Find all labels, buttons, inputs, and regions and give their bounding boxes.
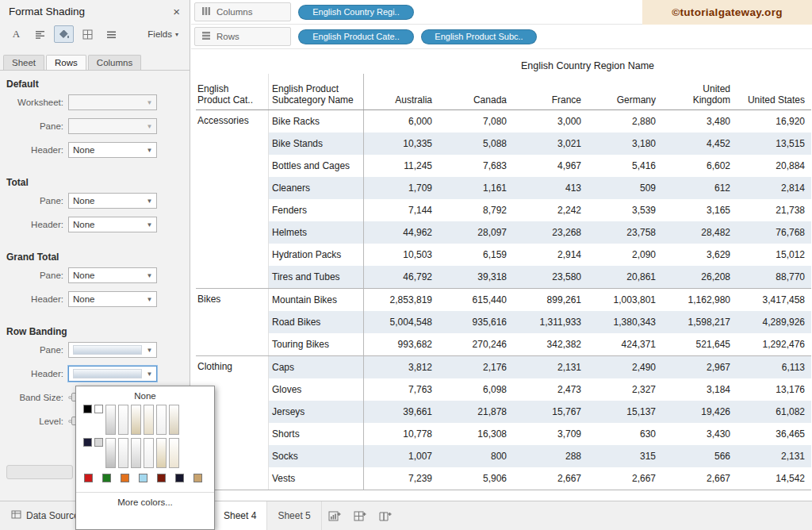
value-cell[interactable]: 28,097 (439, 227, 513, 238)
value-cell[interactable]: 26,208 (662, 271, 737, 282)
column-header[interactable]: France (513, 94, 588, 109)
blank-button[interactable] (6, 465, 73, 479)
value-cell[interactable]: 39,318 (439, 271, 513, 282)
value-cell[interactable]: 4,452 (662, 138, 737, 149)
more-colors-option[interactable]: More colors... (76, 492, 214, 512)
value-cell[interactable]: 1,380,343 (588, 317, 662, 328)
value-cell[interactable]: 1,007 (364, 451, 439, 462)
value-cell[interactable]: 3,629 (662, 249, 737, 260)
sheet-tab-sheet5[interactable]: Sheet 5 (267, 501, 321, 530)
total-pane-select[interactable]: None ▼ (68, 193, 157, 209)
subcategory-header[interactable]: Helmets (269, 221, 364, 244)
value-cell[interactable]: 899,261 (513, 294, 588, 305)
subcategory-header[interactable]: Mountain Bikes (269, 289, 364, 311)
color-swatch[interactable] (193, 474, 202, 482)
lines-icon[interactable] (102, 25, 121, 43)
value-cell[interactable]: 4,289,926 (737, 317, 811, 328)
subcategory-header[interactable]: Road Bikes (269, 311, 364, 333)
value-cell[interactable]: 4,967 (513, 160, 588, 171)
value-cell[interactable]: 3,539 (588, 205, 662, 216)
banding-header-select[interactable]: ▼ (68, 366, 157, 382)
borders-icon[interactable] (78, 25, 98, 43)
shading-icon[interactable] (54, 25, 74, 43)
value-cell[interactable]: 3,709 (513, 428, 588, 440)
value-cell[interactable]: 20,884 (737, 160, 811, 171)
subcategory-header[interactable]: Shorts (269, 423, 364, 445)
grand-total-pane-select[interactable]: None ▼ (68, 267, 157, 283)
value-cell[interactable]: 3,417,458 (737, 294, 811, 305)
value-cell[interactable]: 13,176 (737, 384, 811, 395)
value-cell[interactable]: 7,763 (364, 384, 439, 395)
color-swatch[interactable] (94, 438, 103, 447)
subcategory-header[interactable]: Cleaners (269, 177, 364, 199)
value-cell[interactable]: 3,184 (662, 384, 737, 395)
value-cell[interactable]: 5,004,548 (364, 317, 439, 328)
value-cell[interactable]: 1,161 (439, 182, 513, 194)
value-cell[interactable]: 6,113 (737, 362, 811, 373)
value-cell[interactable]: 3,165 (662, 205, 737, 216)
value-cell[interactable]: 2,131 (513, 362, 588, 373)
value-cell[interactable]: 46,792 (364, 271, 439, 282)
value-cell[interactable]: 1,292,476 (737, 339, 811, 350)
value-cell[interactable]: 1,311,933 (513, 317, 588, 328)
value-cell[interactable]: 20,861 (588, 271, 662, 282)
close-icon[interactable]: × (170, 5, 182, 18)
category-header[interactable]: Bikes (196, 289, 269, 355)
value-cell[interactable]: 342,382 (513, 339, 588, 350)
value-cell[interactable]: 615,440 (439, 294, 513, 305)
value-cell[interactable]: 7,080 (439, 116, 513, 127)
fields-dropdown[interactable]: Fields ▾ (143, 28, 183, 40)
value-cell[interactable]: 76,768 (737, 227, 811, 238)
tab-sheet[interactable]: Sheet (3, 55, 44, 70)
value-cell[interactable]: 15,012 (737, 249, 811, 260)
value-cell[interactable]: 21,738 (737, 205, 811, 216)
color-swatch[interactable] (121, 474, 129, 482)
font-icon[interactable]: A (6, 25, 26, 43)
color-swatch[interactable] (169, 405, 179, 435)
color-swatch[interactable] (131, 438, 141, 468)
tab-rows[interactable]: Rows (46, 55, 86, 70)
value-cell[interactable]: 566 (662, 451, 737, 462)
dimension-pill-product-category[interactable]: English Product Cate.. (298, 29, 414, 44)
new-story-button[interactable] (373, 501, 398, 530)
tab-columns[interactable]: Columns (88, 55, 141, 70)
value-cell[interactable]: 935,616 (439, 317, 513, 328)
color-swatch[interactable] (156, 438, 167, 468)
value-cell[interactable]: 6,602 (662, 160, 737, 171)
value-cell[interactable]: 1,162,980 (662, 294, 737, 305)
color-swatch[interactable] (118, 405, 128, 435)
value-cell[interactable]: 36,465 (737, 428, 811, 440)
value-cell[interactable]: 2,327 (588, 384, 662, 395)
value-cell[interactable]: 61,082 (737, 406, 811, 417)
color-swatch[interactable] (139, 474, 147, 482)
value-cell[interactable]: 44,962 (364, 227, 439, 238)
value-cell[interactable]: 1,003,801 (588, 294, 662, 305)
color-swatch[interactable] (175, 474, 184, 482)
color-swatch[interactable] (144, 405, 154, 435)
column-header[interactable]: United Kingdom (662, 83, 737, 109)
value-cell[interactable]: 6,098 (439, 384, 513, 395)
column-header[interactable]: United States (737, 94, 811, 109)
data-source-tab[interactable]: Data Source (5, 501, 86, 530)
subcategory-header[interactable]: Bike Stands (269, 132, 364, 155)
grand-total-header-select[interactable]: None ▼ (68, 291, 157, 307)
subcategory-header[interactable]: Touring Bikes (269, 333, 364, 355)
value-cell[interactable]: 16,920 (737, 116, 811, 127)
value-cell[interactable]: 6,159 (439, 249, 513, 260)
subcategory-header[interactable]: Gloves (269, 378, 364, 401)
value-cell[interactable]: 7,144 (364, 205, 439, 216)
subcategory-header[interactable]: Fenders (269, 199, 364, 221)
value-cell[interactable]: 8,792 (439, 205, 513, 216)
value-cell[interactable]: 2,490 (588, 362, 662, 373)
value-cell[interactable]: 10,778 (364, 428, 439, 440)
dimension-pill-product-subcategory[interactable]: English Product Subc.. (421, 29, 537, 44)
subcategory-header[interactable]: Bottles and Cages (269, 155, 364, 177)
value-cell[interactable]: 2,853,819 (364, 294, 439, 305)
value-cell[interactable]: 2,667 (588, 473, 662, 484)
new-worksheet-button[interactable] (322, 501, 347, 530)
value-cell[interactable]: 10,503 (364, 249, 439, 260)
value-cell[interactable]: 21,878 (439, 406, 513, 417)
value-cell[interactable]: 88,770 (737, 271, 811, 282)
value-cell[interactable]: 28,482 (662, 227, 737, 238)
value-cell[interactable]: 3,812 (364, 362, 439, 373)
